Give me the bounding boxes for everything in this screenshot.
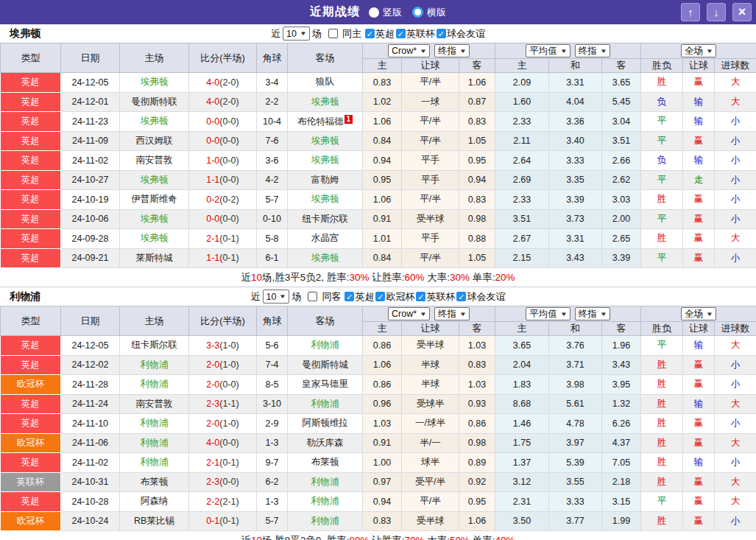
league-checkbox-label: 英联杯 <box>426 290 455 304</box>
avg-source-select[interactable]: 平均值 ▼ <box>526 307 570 320</box>
league-checkbox[interactable]: ✓ <box>456 292 466 301</box>
league-checkbox[interactable]: ✓ <box>345 292 354 301</box>
halftime-score: (0-0) <box>219 477 239 487</box>
corners-cell: 5-8 <box>257 229 288 249</box>
avg-home-cell: 2.31 <box>495 492 549 512</box>
avg-time-select[interactable]: 终指 ▼ <box>575 307 610 320</box>
corners-cell: 5-7 <box>257 511 288 531</box>
avg-away-cell: 1.99 <box>602 511 641 531</box>
avg-home-cell: 2.67 <box>495 229 549 249</box>
summary-row: 近10场,胜8平2负0, 胜率:80% 让胜率:70% 大率:50% 单率:40… <box>0 531 756 540</box>
avg-source-header: 平均值 ▼ 终指 ▼ <box>495 43 641 59</box>
score-cell: 2-1(0-1) <box>189 229 257 249</box>
odds-handicap-cell: 半/一 <box>402 433 459 453</box>
radio-icon-selected[interactable] <box>412 7 423 18</box>
scope-select[interactable]: 全场 ▼ <box>681 307 716 320</box>
home-team-cell: 利物浦 <box>120 453 189 473</box>
same-venue-checkbox[interactable] <box>328 29 338 38</box>
avg-source-header: 平均值 ▼ 终指 ▼ <box>495 306 641 322</box>
odds-home-cell: 0.94 <box>363 151 402 171</box>
radio-icon[interactable] <box>369 7 379 18</box>
match-row: 英联杯 24-10-31 布莱顿 2-3(0-0) 6-2 利物浦 0.97 受… <box>1 472 756 492</box>
col-odds-handicap: 让球 <box>402 59 459 73</box>
same-venue-checkbox[interactable] <box>308 292 317 301</box>
summary-text-part: 50% <box>450 535 470 540</box>
home-team-cell: 伊普斯维奇 <box>120 190 189 210</box>
radio-horizontal-layout[interactable]: 横版 <box>412 6 446 19</box>
league-checkbox-label: 英超 <box>355 290 374 304</box>
team-section: 利物浦 近 10 ▼ 场 同客 ✓英超✓欧冠杯✓英联杯✓球会友谊 <box>0 287 756 540</box>
filter-controls: 近 10 ▼ 场 同主 ✓英超✓英联杯✓球会友谊 <box>271 27 485 41</box>
goals-result-cell: 小 <box>715 131 756 151</box>
away-team-cell: 埃弗顿 <box>288 151 363 171</box>
score-cell: 2-0(1-0) <box>189 414 257 434</box>
halftime-score: (0-0) <box>219 214 239 224</box>
league-checkbox[interactable]: ✓ <box>396 29 406 38</box>
avg-home-cell: 1.83 <box>495 375 549 395</box>
odds-source-select[interactable]: Crow* ▼ <box>388 307 430 320</box>
avg-time-value: 终指 <box>579 308 597 320</box>
away-team-name: 狼队 <box>316 77 334 87</box>
odds-away-cell: 0.88 <box>459 229 495 249</box>
score-cell: 2-3(1-1) <box>189 394 257 414</box>
chevron-down-icon: ▼ <box>459 311 467 318</box>
avg-source-select[interactable]: 平均值 ▼ <box>526 44 570 57</box>
score-cell: 1-1(0-0) <box>189 170 257 190</box>
summary-text-part: 80% <box>349 535 369 540</box>
league-checkbox[interactable]: ✓ <box>375 292 385 301</box>
col-date: 日期 <box>61 43 120 73</box>
fulltime-score: 2-0 <box>206 418 219 429</box>
odds-away-cell: 0.98 <box>459 209 495 229</box>
summary-row: 近10场,胜3平5负2, 胜率:30% 让胜率:60% 大率:30% 单率:20… <box>0 268 756 287</box>
match-row: 英超 24-10-28 阿森纳 2-2(2-1) 1-3 利物浦 0.94 平/… <box>1 492 756 512</box>
summary-text-part: 60% <box>404 272 424 283</box>
odds-away-cell: 0.87 <box>459 92 495 112</box>
home-team-cell: 埃弗顿 <box>120 170 189 190</box>
avg-away-cell: 3.95 <box>602 375 641 395</box>
odds-away-cell: 0.93 <box>459 394 495 414</box>
league-checkbox[interactable]: ✓ <box>416 292 425 301</box>
odds-away-cell: 1.06 <box>459 73 495 93</box>
league-cell: 英超 <box>1 336 61 356</box>
odds-source-select[interactable]: Crow* ▼ <box>388 44 430 57</box>
league-cell: 英超 <box>1 209 61 229</box>
league-checkbox[interactable]: ✓ <box>365 29 375 38</box>
avg-away-cell: 2.66 <box>602 151 641 171</box>
odds-time-select[interactable]: 终指 ▼ <box>434 307 470 320</box>
away-team-cell: 皇家马德里 <box>288 375 363 395</box>
away-team-cell: 埃弗顿 <box>288 92 363 112</box>
odds-handicap-cell: 受半球 <box>402 511 459 531</box>
fulltime-score: 2-0 <box>206 360 219 370</box>
handicap-result-cell: 赢 <box>683 492 715 512</box>
move-down-button[interactable]: ↓ <box>707 3 726 21</box>
match-count-select[interactable]: 10 ▼ <box>263 290 290 304</box>
scope-value: 全场 <box>685 308 703 320</box>
odds-time-select[interactable]: 终指 ▼ <box>434 44 470 57</box>
home-team-cell: 莱斯特城 <box>120 248 189 268</box>
move-up-button[interactable]: ↑ <box>681 3 700 21</box>
avg-time-select[interactable]: 终指 ▼ <box>575 44 610 57</box>
halftime-score: (0-0) <box>219 155 239 166</box>
fulltime-score: 4-0 <box>206 77 219 88</box>
scope-select[interactable]: 全场 ▼ <box>681 44 716 57</box>
avg-away-cell: 3.03 <box>602 190 641 210</box>
odds-home-cell: 0.91 <box>363 209 402 229</box>
close-button[interactable]: × <box>732 3 752 21</box>
chevron-down-icon: ▼ <box>300 30 307 37</box>
match-count-select[interactable]: 10 ▼ <box>283 27 310 41</box>
avg-away-cell: 7.05 <box>602 453 641 473</box>
date-cell: 24-10-31 <box>61 472 120 492</box>
avg-draw-cell: 3.73 <box>549 209 602 229</box>
away-team-cell: 利物浦 <box>288 472 363 492</box>
chevron-down-icon: ▼ <box>560 311 568 318</box>
league-checkbox-label: 欧冠杯 <box>386 290 414 304</box>
odds-home-cell: 0.94 <box>363 492 402 512</box>
avg-home-cell: 1.46 <box>495 414 549 434</box>
radio-vertical-layout[interactable]: 竖版 <box>369 6 402 19</box>
league-checkbox[interactable]: ✓ <box>437 29 446 38</box>
col-corners: 角球 <box>257 306 288 336</box>
avg-away-cell: 2.62 <box>602 170 641 190</box>
league-cell: 英超 <box>1 92 61 112</box>
home-team-cell: RB莱比锡 <box>120 511 189 531</box>
score-cell: 0-0(0-0) <box>189 112 257 132</box>
